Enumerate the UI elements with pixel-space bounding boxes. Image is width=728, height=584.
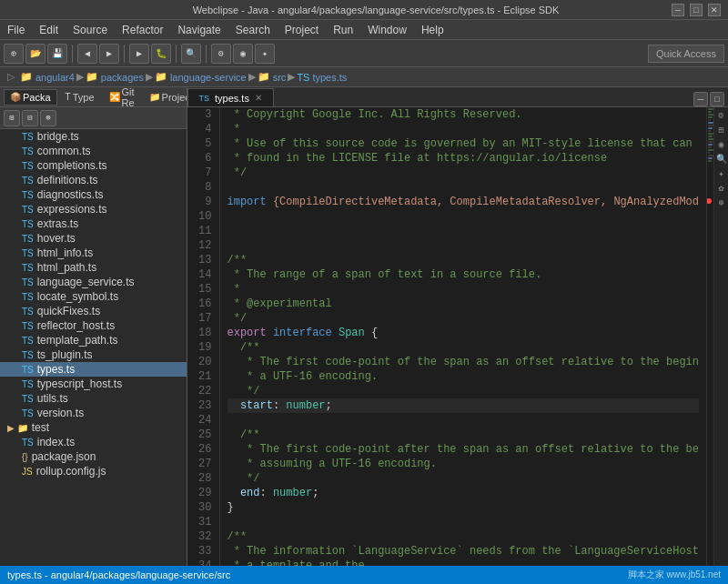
menu-item-search[interactable]: Search (228, 20, 278, 39)
code-line-12 (228, 238, 700, 253)
breadcrumb-angular4[interactable]: 📁 angular4 (20, 71, 75, 83)
file-tree-item-versionts[interactable]: TSversion.ts (0, 406, 187, 420)
toolbar-forward[interactable]: ▶ (99, 44, 119, 64)
close-button[interactable]: ✕ (708, 4, 721, 16)
menu-item-navigate[interactable]: Navigate (170, 20, 228, 39)
error-marker (706, 198, 712, 204)
code-line-9: import {CompileDirectiveMetadata, Compil… (228, 195, 700, 209)
editor-max[interactable]: □ (710, 92, 724, 106)
toolbar-sep4 (206, 45, 207, 63)
menu-item-edit[interactable]: Edit (32, 20, 66, 39)
toolbar-p1[interactable]: ⚙ (211, 44, 231, 64)
file-tree-item-extrasts[interactable]: TSextras.ts (0, 216, 187, 231)
file-tree-item-template_pathts[interactable]: TStemplate_path.ts (0, 333, 187, 347)
file-tree-item-rollupconfig.js[interactable]: JSrollup.config.js (0, 464, 187, 478)
code-line-5: * Use of this source code is governed by… (228, 136, 700, 151)
code-line-16: * @experimental (228, 297, 700, 311)
menu-item-run[interactable]: Run (326, 20, 360, 39)
panel-toolbar: ⊞ ⊟ ⊛ (0, 107, 187, 129)
code-line-26: * The first code-point after the span as… (228, 442, 700, 457)
toolbar-new[interactable]: ⊕ (4, 44, 24, 64)
menu-item-source[interactable]: Source (66, 20, 115, 39)
file-tree-item-indexts[interactable]: TSindex.ts (0, 435, 187, 449)
file-tree-item-diagnosticsts[interactable]: TSdiagnostics.ts (0, 187, 187, 202)
rs-btn-1[interactable]: ⚙ (715, 109, 728, 122)
editor-tab-types[interactable]: TS types.ts ✕ (187, 88, 274, 106)
code-content[interactable]: * Copyright Google Inc. All Rights Reser… (220, 107, 707, 566)
menu-item-file[interactable]: File (0, 20, 32, 39)
code-line-28: */ (228, 471, 700, 486)
menu-item-refactor[interactable]: Refactor (115, 20, 170, 39)
file-tree-item-packagejson[interactable]: {}package.json (0, 449, 187, 464)
rs-btn-7[interactable]: ⊛ (715, 196, 728, 209)
panel-tab-git-re[interactable]: 🔀Git Re (103, 89, 141, 106)
line-number-31: 31 (191, 515, 212, 529)
file-tree-item-reflector_hostts[interactable]: TSreflector_host.ts (0, 318, 187, 333)
line-number-23: 23 (191, 398, 212, 413)
file-tree-item-typests[interactable]: TStypes.ts (0, 362, 187, 377)
file-tree-item-locate_symbolts[interactable]: TSlocate_symbol.ts (0, 289, 187, 304)
file-tree-item-hoverts[interactable]: TShover.ts (0, 231, 187, 246)
code-editor[interactable]: 3456789101112131415161718192021222324252… (187, 107, 729, 566)
code-line-19: /** (228, 340, 700, 355)
code-line-6: * found in the LICENSE file at https://a… (228, 151, 700, 166)
quick-access-field[interactable]: Quick Access (648, 45, 724, 63)
toolbar-back[interactable]: ◀ (77, 44, 97, 64)
rs-btn-3[interactable]: ◉ (715, 138, 728, 151)
rs-btn-5[interactable]: ✦ (715, 167, 728, 180)
rs-btn-4[interactable]: 🔍 (715, 153, 728, 166)
status-file: types.ts - angular4/packages/language-se… (7, 569, 230, 580)
toolbar-p2[interactable]: ◉ (233, 44, 253, 64)
toolbar-run[interactable]: ▶ (129, 44, 149, 64)
panel-collapse[interactable]: ⊞ (4, 110, 20, 126)
panel-link[interactable]: ⊛ (40, 110, 56, 126)
menu-item-window[interactable]: Window (360, 20, 414, 39)
rs-btn-6[interactable]: ✿ (715, 182, 728, 195)
tab-close-icon[interactable]: ✕ (255, 93, 262, 103)
file-tree-item-definitionsts[interactable]: TSdefinitions.ts (0, 173, 187, 187)
file-tree-item-completionsts[interactable]: TScompletions.ts (0, 158, 187, 173)
title-bar-title: Webclipse - Java - angular4/packages/lan… (80, 5, 672, 15)
breadcrumb-src[interactable]: 📁 src (258, 71, 287, 83)
panel-tab-type[interactable]: TType (59, 89, 101, 106)
code-line-33: * The information `LanguageService` need… (228, 544, 700, 559)
file-tree-item-html_infots[interactable]: TShtml_info.ts (0, 246, 187, 260)
panel-tab-packa[interactable]: 📦Packa (4, 89, 57, 106)
toolbar-open[interactable]: 📂 (25, 44, 46, 64)
breadcrumb-typests[interactable]: TS types.ts (297, 72, 347, 83)
minimize-button[interactable]: ─ (672, 4, 684, 16)
panel-tab-projec[interactable]: 📁Projec (143, 89, 187, 106)
code-line-24 (228, 413, 700, 428)
toolbar-debug[interactable]: 🐛 (151, 44, 171, 64)
file-tree-item-typescript_hostts[interactable]: TStypescript_host.ts (0, 377, 187, 391)
menu-item-help[interactable]: Help (414, 20, 451, 39)
file-tree-item-test[interactable]: ▶ 📁test (0, 420, 187, 435)
code-line-3: * Copyright Google Inc. All Rights Reser… (228, 107, 700, 122)
toolbar-p3[interactable]: ✦ (255, 44, 275, 64)
line-number-14: 14 (191, 267, 212, 282)
file-tree-item-html_pathts[interactable]: TShtml_path.ts (0, 260, 187, 275)
maximize-button[interactable]: □ (690, 4, 703, 16)
panel-expand[interactable]: ⊟ (22, 110, 38, 126)
breadcrumb-packages[interactable]: 📁 packages (86, 71, 144, 83)
file-tree-item-quickFixests[interactable]: TSquickFixes.ts (0, 304, 187, 318)
status-right: 脚本之家 www.jb51.net (628, 569, 721, 581)
toolbar-save[interactable]: 💾 (47, 44, 67, 64)
right-panel: TS types.ts ✕ ─ □ 3456789101112131415161… (187, 87, 729, 566)
file-tree-item-commonts[interactable]: TScommon.ts (0, 144, 187, 158)
line-number-24: 24 (191, 413, 212, 428)
file-tree-item-expressionsts[interactable]: TSexpressions.ts (0, 202, 187, 216)
menu-item-project[interactable]: Project (278, 20, 326, 39)
file-tree-item-utilsts[interactable]: TSutils.ts (0, 391, 187, 406)
code-line-27: * assuming a UTF-16 encoding. (228, 457, 700, 471)
line-number-28: 28 (191, 471, 212, 486)
file-tree-item-language_servicets[interactable]: TSlanguage_service.ts (0, 275, 187, 289)
toolbar-search[interactable]: 🔍 (181, 44, 201, 64)
editor-min[interactable]: ─ (693, 92, 708, 106)
line-number-7: 7 (191, 166, 212, 180)
file-tree-item-bridgets[interactable]: TSbridge.ts (0, 129, 187, 144)
breadcrumb-language-service[interactable]: 📁 language-service (155, 71, 247, 83)
toolbar-sep3 (176, 45, 177, 63)
rs-btn-2[interactable]: ⊞ (715, 124, 728, 136)
file-tree-item-ts_plugints[interactable]: TSts_plugin.ts (0, 347, 187, 362)
